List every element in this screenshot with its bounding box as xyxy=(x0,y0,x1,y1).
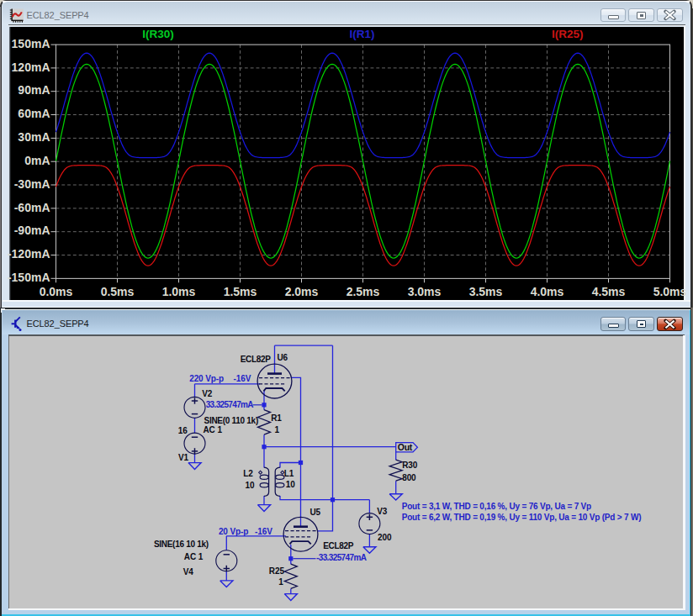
svg-text:-30mA: -30mA xyxy=(13,176,50,190)
svg-text:Pout = 6,2 W, THD = 0,19 %, Uy: Pout = 6,2 W, THD = 0,19 %, Uy = 110 Vp,… xyxy=(402,512,642,521)
svg-text:ECL82P: ECL82P xyxy=(323,540,353,550)
svg-text:60mA: 60mA xyxy=(18,107,50,120)
svg-text:1: 1 xyxy=(278,577,283,587)
svg-text:0.0ms: 0.0ms xyxy=(39,285,72,298)
svg-text:3.5ms: 3.5ms xyxy=(468,285,502,298)
svg-text:1.0ms: 1.0ms xyxy=(161,285,195,298)
svg-text:R25: R25 xyxy=(269,566,285,575)
svg-text:120mA: 120mA xyxy=(11,60,50,73)
svg-text:V4: V4 xyxy=(183,567,194,577)
svg-text:2.5ms: 2.5ms xyxy=(346,285,379,298)
svg-text:10: 10 xyxy=(286,480,295,489)
svg-text:-120mA: -120mA xyxy=(7,247,50,261)
svg-text:-150mA: -150mA xyxy=(7,270,50,283)
svg-text:U5: U5 xyxy=(310,507,321,516)
svg-text:R1: R1 xyxy=(271,413,282,423)
svg-text:L1: L1 xyxy=(284,469,294,478)
svg-text:1: 1 xyxy=(275,425,280,434)
svg-text:4.5ms: 4.5ms xyxy=(591,285,625,298)
svg-text:SINE(0 110 1k): SINE(0 110 1k) xyxy=(204,416,258,425)
svg-text:-60mA: -60mA xyxy=(13,200,50,213)
svg-text:V2: V2 xyxy=(202,389,213,398)
svg-text:33.325747mA: 33.325747mA xyxy=(206,400,254,409)
svg-text:I(R25): I(R25) xyxy=(552,28,584,40)
svg-text:-33.325747mA: -33.325747mA xyxy=(316,552,367,561)
svg-text:AC 1: AC 1 xyxy=(204,424,223,434)
svg-text:150mA: 150mA xyxy=(11,36,50,50)
svg-text:SINE(16 10 1k): SINE(16 10 1k) xyxy=(154,539,209,548)
svg-text:0.5ms: 0.5ms xyxy=(100,285,134,298)
svg-text:V1: V1 xyxy=(178,452,189,461)
svg-text:3.0ms: 3.0ms xyxy=(407,285,441,298)
svg-text:R30: R30 xyxy=(402,461,418,470)
svg-text:220 Vp-p: 220 Vp-p xyxy=(189,373,224,382)
svg-text:-90mA: -90mA xyxy=(13,224,50,237)
svg-text:90mA: 90mA xyxy=(18,83,50,97)
svg-text:800: 800 xyxy=(402,472,416,482)
svg-text:U6: U6 xyxy=(277,353,288,362)
svg-text:I(R1): I(R1) xyxy=(349,28,374,40)
svg-text:30mA: 30mA xyxy=(18,130,50,144)
svg-text:4.0ms: 4.0ms xyxy=(530,285,563,298)
svg-text:AC 1: AC 1 xyxy=(184,552,204,561)
svg-text:ECL82P: ECL82P xyxy=(241,354,271,363)
svg-text:2.0ms: 2.0ms xyxy=(284,285,318,298)
svg-text:-16V: -16V xyxy=(234,374,251,383)
svg-text:16: 16 xyxy=(178,425,188,434)
svg-text:Out: Out xyxy=(398,442,413,452)
svg-text:5.0ms: 5.0ms xyxy=(653,285,686,298)
svg-text:-16V: -16V xyxy=(255,526,272,535)
svg-text:20 Vp-p: 20 Vp-p xyxy=(219,526,248,535)
svg-text:0mA: 0mA xyxy=(24,153,50,166)
svg-text:V3: V3 xyxy=(377,506,388,515)
svg-text:I(R30): I(R30) xyxy=(142,28,174,40)
svg-text:L2: L2 xyxy=(243,468,253,477)
svg-text:Pout = 3,1 W, THD = 0,16 %, Uy: Pout = 3,1 W, THD = 0,16 %, Uy = 76 Vp, … xyxy=(402,502,591,511)
svg-text:200: 200 xyxy=(378,532,392,541)
svg-text:10: 10 xyxy=(246,480,255,489)
svg-text:1.5ms: 1.5ms xyxy=(223,285,257,298)
